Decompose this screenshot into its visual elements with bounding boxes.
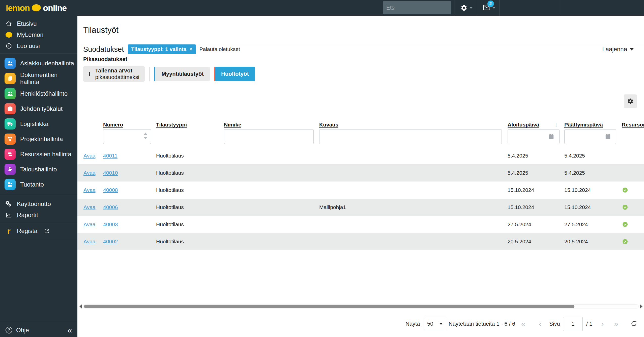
cell-paattymispaiva: 27.5.2024 [564,216,588,233]
network-nodes-icon [5,134,16,145]
expand-label: Laajenna [602,46,627,53]
quick-filter-huoltotyot[interactable]: Huoltotyöt [214,67,255,81]
gears-icon [5,200,13,208]
check-circle-icon [622,182,628,199]
truck-icon [5,118,16,129]
cell-paattymispaiva: 5.4.2025 [564,147,585,164]
scrollbar-track[interactable] [83,304,639,308]
order-number-link[interactable]: 40010 [103,170,118,176]
coins-icon [5,164,16,175]
logo-text-lemon: lemon [6,3,30,13]
chart-line-icon [5,211,13,219]
plus-circle-icon [5,42,13,50]
sidebar-item-label: Tuotanto [20,181,44,188]
spinner-up-icon[interactable] [144,133,147,135]
sidebar-item-asiakkuudenhallinta[interactable]: Asiakkuudenhallinta [0,56,77,71]
sidebar-item-johdon-tyokalut[interactable]: Johdon työkalut [0,101,77,116]
sidebar-item-regista[interactable]: r Regista [0,225,77,237]
sidebar-item-kayttoonotto[interactable]: Käyttöönotto [0,198,77,210]
unread-count-badge: 2 [487,1,494,7]
sidebar-item-resurssien-hallinta[interactable]: Resurssien hallinta [0,147,77,162]
refresh-button[interactable] [630,320,638,329]
page-label: Sivu [549,316,560,332]
number-spinner[interactable] [144,133,147,139]
sidebar-item-luo-uusi[interactable]: Luo uusi [0,40,77,51]
open-row-link[interactable]: Avaa [83,153,96,159]
calendar-icon[interactable] [605,133,611,140]
messages-menu-button[interactable]: 2 [480,0,498,16]
order-number-link[interactable]: 40011 [103,153,118,159]
sidebar-item-label: Dokumenttien hallinta [20,71,77,86]
open-row-link[interactable]: Avaa [83,239,96,245]
sidebar-item-henkilostohallinto[interactable]: Henkilöstöhallinto [0,86,77,101]
sidebar-item-etusivu[interactable]: Etusivu [0,18,77,29]
collapse-sidebar-icon[interactable]: « [67,326,72,334]
global-search-input[interactable] [383,1,451,14]
sidebar-item-label: Resurssien hallinta [20,151,71,158]
filter-input-nimike[interactable] [224,129,314,144]
sidebar-divider [0,194,77,194]
pagination-bar: Näytä 50 Näytetään tietueita 1 - 6 / 6 «… [77,316,644,332]
cell-paattymispaiva: 15.10.2024 [564,199,591,216]
order-number-link[interactable]: 40002 [103,239,118,245]
open-row-link[interactable]: Avaa [83,204,96,210]
app-logo[interactable]: lemon online [6,0,67,16]
close-icon[interactable]: × [189,47,192,52]
plus-icon: + [87,70,92,78]
briefcase-icon [5,103,16,114]
chevron-down-icon [629,48,634,50]
column-header-aloituspaiva[interactable]: Aloituspäivä [508,122,539,128]
order-number-link[interactable]: 40003 [103,221,118,227]
save-quick-filter-button[interactable]: + Tallenna arvot pikasuodattimeksi [83,66,145,82]
sidebar-divider [0,223,77,223]
open-row-link[interactable]: Avaa [83,187,96,193]
open-row-link[interactable]: Avaa [83,221,96,227]
scrollbar-thumb[interactable] [84,305,574,308]
column-header-paattymispaiva[interactable]: Päättymispäivä [564,122,603,128]
column-header-numero[interactable]: Numero [103,122,123,128]
column-header-resursoitu[interactable]: Resursoi [622,122,644,128]
column-header-nimike[interactable]: Nimike [224,122,241,128]
column-header-kuvaus[interactable]: Kuvaus [319,122,338,128]
sidebar-item-taloushallinto[interactable]: Taloushallinto [0,162,77,177]
cell-aloituspaiva: 5.4.2025 [508,147,528,164]
settings-menu-button[interactable] [458,0,475,16]
sidebar-item-mylemon[interactable]: MyLemon [0,29,77,40]
scroll-right-arrow-icon[interactable] [640,304,642,308]
last-page-button[interactable]: » [614,316,618,332]
sidebar-item-dokumenttien-hallinta[interactable]: Dokumenttien hallinta [0,71,77,86]
calendar-icon[interactable] [548,133,554,140]
order-number-link[interactable]: 40006 [103,204,118,210]
order-number-link[interactable]: 40008 [103,187,118,193]
first-page-button[interactable]: « [521,316,525,332]
cell-aloituspaiva: 15.10.2024 [508,182,534,199]
expand-filters-button[interactable]: Laajenna [602,46,634,53]
help-label[interactable]: Ohje [16,327,29,334]
scroll-left-arrow-icon[interactable] [79,304,82,308]
sidebar-item-raportit[interactable]: Raportit [0,210,77,221]
sidebar-item-logistiikka[interactable]: Logistiikka [0,116,77,132]
sidebar-item-label: Projektinhallinta [20,136,63,143]
open-row-link[interactable]: Avaa [83,170,96,176]
page-number-input[interactable] [563,317,583,331]
spinner-down-icon[interactable] [144,137,147,139]
sidebar-item-tuotanto[interactable]: Tuotanto [0,177,77,192]
quick-filter-myyntitilaustyot[interactable]: Myyntitilaustyöt [154,67,210,81]
filter-chip-tilaustyyppi[interactable]: Tilaustyyppi: 1 valinta × [128,44,196,54]
sidebar-item-projektinhallinta[interactable]: Projektinhallinta [0,132,77,147]
table-row: Avaa 40008 Huoltotilaus 15.10.2024 15.10… [77,182,644,199]
sidebar-item-label: Logistiikka [20,120,48,127]
cell-aloituspaiva: 15.10.2024 [508,199,534,216]
previous-page-button[interactable]: ‹ [539,316,541,332]
sort-desc-icon[interactable]: ↓ [555,121,558,128]
reset-filters-link[interactable]: Palauta oletukset [199,46,240,52]
topbar: lemon online 2 [0,0,644,16]
column-header-tilaustyyppi[interactable]: Tilaustyyppi [156,122,187,128]
sidebar-footer: ? Ohje « [0,323,77,337]
filter-input-kuvaus[interactable] [319,129,502,144]
column-settings-button[interactable] [624,94,637,108]
page-size-select[interactable]: 50 [424,317,446,331]
home-icon [5,20,13,28]
next-page-button[interactable]: › [601,316,604,332]
topbar-divider [500,0,500,16]
